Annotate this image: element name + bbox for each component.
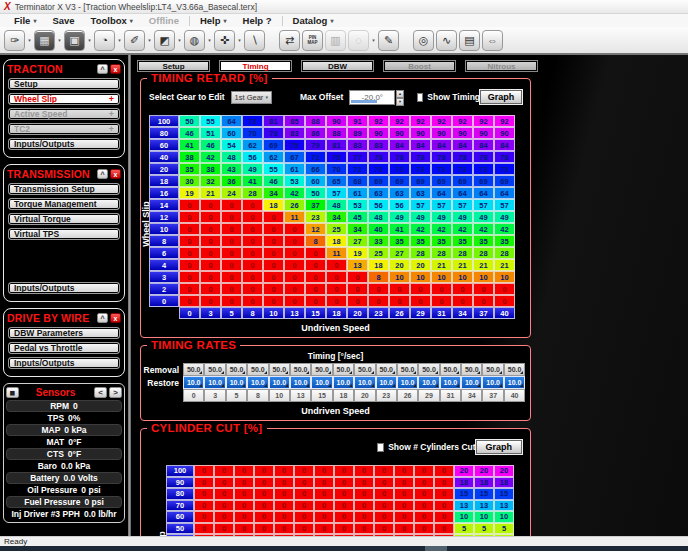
compare-icon[interactable]: ⇔: [482, 30, 503, 51]
table-cell[interactable]: 0: [326, 271, 347, 283]
table-cell[interactable]: 65: [326, 175, 347, 187]
table-cell[interactable]: 0: [389, 283, 410, 295]
table-cell[interactable]: 8: [247, 389, 268, 402]
table-cell[interactable]: 0: [334, 488, 354, 500]
table-cell[interactable]: 84: [410, 139, 431, 151]
table-cell[interactable]: 0: [394, 488, 414, 500]
table-cell[interactable]: 10: [269, 389, 290, 402]
table-cell[interactable]: 53: [347, 199, 368, 211]
table-cell[interactable]: 13: [290, 389, 311, 402]
table-cell[interactable]: 0: [294, 511, 314, 523]
table-cell[interactable]: 10.0: [418, 376, 439, 389]
table-cell[interactable]: 0: [221, 211, 242, 223]
table-cell[interactable]: 0: [179, 199, 200, 211]
menu-save[interactable]: Save: [44, 14, 82, 27]
table-cell[interactable]: 10: [452, 271, 473, 283]
sensors-config-icon[interactable]: ◼: [6, 387, 19, 398]
table-cell[interactable]: 61: [347, 187, 368, 199]
table-cell[interactable]: 0: [234, 488, 254, 500]
scope-icon[interactable]: ∿: [436, 30, 457, 51]
table-cell[interactable]: 0: [414, 511, 434, 523]
panel-close-icon[interactable]: x: [110, 313, 121, 323]
table-cell[interactable]: 0: [314, 511, 334, 523]
table-cell[interactable]: 15: [494, 488, 514, 500]
table-cell[interactable]: 78: [431, 151, 452, 163]
table-cell[interactable]: 0: [354, 488, 374, 500]
table-cell[interactable]: 0: [242, 199, 263, 211]
table-cell[interactable]: 32: [200, 175, 221, 187]
table-cell[interactable]: 64: [473, 187, 494, 199]
table-cell[interactable]: 0: [242, 211, 263, 223]
table-cell[interactable]: 48: [221, 151, 242, 163]
table-cell[interactable]: 20: [494, 465, 514, 477]
table-cell[interactable]: 0: [221, 259, 242, 271]
table-cell[interactable]: 0: [374, 523, 394, 535]
table-cell[interactable]: 0: [284, 223, 305, 235]
table-cell[interactable]: 13: [454, 500, 474, 512]
table-cell[interactable]: 10.0: [376, 376, 397, 389]
table-cell[interactable]: 0: [234, 511, 254, 523]
table-cell[interactable]: 90: [452, 127, 473, 139]
table-cell[interactable]: 90: [494, 127, 515, 139]
table-cell[interactable]: 0: [221, 283, 242, 295]
menu-file[interactable]: File▾: [6, 14, 44, 27]
table-cell[interactable]: 10.0: [397, 376, 418, 389]
table-cell[interactable]: 0: [434, 477, 454, 489]
chevron-down-icon[interactable]: ▾: [207, 37, 212, 43]
table-cell[interactable]: 55: [263, 163, 284, 175]
table-cell[interactable]: 0: [242, 283, 263, 295]
table-cell[interactable]: 92: [494, 115, 515, 127]
table-cell[interactable]: 0: [305, 295, 326, 307]
table-cell[interactable]: 0: [242, 271, 263, 283]
table-cell[interactable]: 23: [376, 389, 397, 402]
tab-timing[interactable]: Timing: [219, 60, 292, 72]
table-cell[interactable]: 0: [354, 523, 374, 535]
table-cell[interactable]: 73: [389, 163, 410, 175]
table-cell[interactable]: 0: [284, 247, 305, 259]
table-cell[interactable]: 0: [414, 523, 434, 535]
table-cell[interactable]: 57: [326, 187, 347, 199]
table-cell[interactable]: 0: [254, 477, 274, 489]
table-cell[interactable]: 0: [263, 259, 284, 271]
table-cell[interactable]: 0: [263, 235, 284, 247]
table-cell[interactable]: 0: [179, 271, 200, 283]
table-cell[interactable]: 72: [347, 163, 368, 175]
table-cell[interactable]: 0: [284, 259, 305, 271]
sensors-next-button[interactable]: >: [109, 387, 122, 398]
table-cell[interactable]: 0: [326, 259, 347, 271]
table-cell[interactable]: 0: [214, 465, 234, 477]
table-cell[interactable]: 35: [410, 235, 431, 247]
table-cell[interactable]: 55: [200, 115, 221, 127]
table-cell[interactable]: 13: [347, 259, 368, 271]
table-cell[interactable]: 43: [221, 163, 242, 175]
timing-rates-table[interactable]: Removal50.050.050.050.050.050.050.050.05…: [143, 363, 525, 402]
table-cell[interactable]: 63: [368, 187, 389, 199]
table-cell[interactable]: 10.0: [247, 376, 268, 389]
sidebar-item-inputs-outputs[interactable]: Inputs/Outputs: [8, 282, 120, 294]
max-offset-input[interactable]: -20.0°: [349, 90, 395, 105]
table-cell[interactable]: 20: [410, 259, 431, 271]
table-cell[interactable]: 21: [494, 259, 515, 271]
table-cell[interactable]: 0: [263, 283, 284, 295]
table-cell[interactable]: 51: [200, 127, 221, 139]
table-cell[interactable]: 34: [263, 187, 284, 199]
table-cell[interactable]: 37: [482, 389, 503, 402]
table-cell[interactable]: 10.0: [333, 376, 354, 389]
table-cell[interactable]: 0: [200, 223, 221, 235]
table-cell[interactable]: 69: [368, 175, 389, 187]
table-cell[interactable]: 0: [242, 259, 263, 271]
table-cell[interactable]: 69: [389, 175, 410, 187]
table-cell[interactable]: 0: [434, 465, 454, 477]
table-cell[interactable]: 49: [242, 163, 263, 175]
table-cell[interactable]: 57: [473, 199, 494, 211]
cylinder-cut-table[interactable]: 1000000000000000202020900000000000000181…: [166, 465, 514, 536]
table-cell[interactable]: 56: [389, 199, 410, 211]
table-cell[interactable]: 0: [214, 500, 234, 512]
table-cell[interactable]: 64: [494, 187, 515, 199]
table-cell[interactable]: 0: [394, 511, 414, 523]
table-cell[interactable]: 0: [242, 223, 263, 235]
table-cell[interactable]: 37: [305, 199, 326, 211]
table-cell[interactable]: 41: [179, 139, 200, 151]
table-cell[interactable]: 78: [473, 151, 494, 163]
table-cell[interactable]: 10: [494, 511, 514, 523]
